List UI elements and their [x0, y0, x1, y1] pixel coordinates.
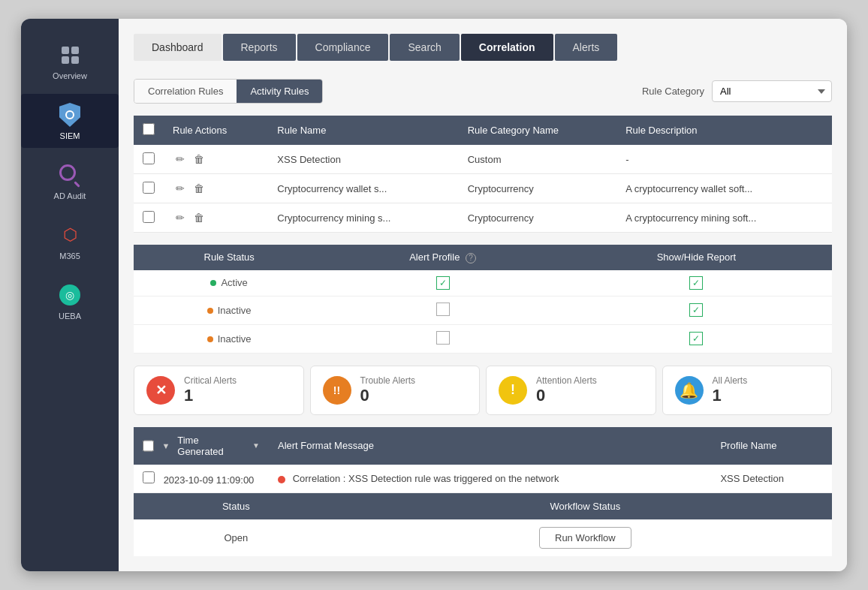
rule-name-cell: XSS Detection: [268, 145, 458, 174]
trouble-info: Trouble Alerts 0: [360, 375, 416, 405]
alert-profile-checked[interactable]: ✓: [436, 276, 450, 290]
tab-dashboard[interactable]: Dashboard: [134, 34, 222, 61]
row-checkbox[interactable]: [143, 152, 155, 164]
attention-count: 0: [536, 386, 597, 405]
rule-description-cell: A cryptocurrency mining soft...: [616, 203, 832, 233]
th-rule-actions: Rule Actions: [164, 116, 268, 145]
tab-reports[interactable]: Reports: [223, 34, 296, 61]
sidebar-item-siem[interactable]: SIEM: [21, 94, 119, 148]
alert-card-all[interactable]: 🔔 All Alerts 1: [662, 366, 833, 415]
select-all-checkbox[interactable]: [143, 123, 155, 135]
status-row: Inactive ✓: [134, 324, 832, 353]
alert-profile-unchecked[interactable]: [436, 303, 450, 316]
alerts-table: ▼ Time Generated ▼ Alert Format Message …: [134, 427, 832, 493]
sidebar-item-ad-audit[interactable]: AD Audit: [21, 154, 119, 208]
status-label: Inactive: [218, 333, 252, 345]
run-workflow-button[interactable]: Run Workflow: [539, 527, 631, 549]
rule-name-cell: Cryptocurrency mining s...: [268, 203, 458, 233]
status-open: Open: [134, 519, 339, 556]
edit-button[interactable]: ✏: [173, 152, 188, 167]
alert-time: 2023-10-09 11:09:00: [164, 474, 255, 486]
tab-alerts[interactable]: Alerts: [555, 34, 618, 61]
table-row: ✏ 🗑 Cryptocurrency mining s... Cryptocur…: [134, 203, 832, 233]
trouble-count: 0: [360, 386, 416, 405]
alert-row: 2023-10-09 11:09:00 Correlation : XSS De…: [134, 465, 832, 493]
all-count: 1: [713, 386, 748, 405]
trouble-label: Trouble Alerts: [360, 375, 416, 386]
status-dot-inactive: [207, 308, 213, 314]
th-rule-category-name: Rule Category Name: [459, 116, 616, 145]
status-label: Active: [221, 277, 247, 288]
rule-category-cell: Custom: [459, 145, 616, 174]
main-content: Dashboard Reports Compliance Search Corr…: [119, 19, 847, 571]
all-label: All Alerts: [713, 375, 748, 386]
sidebar-label-ueba: UEBA: [59, 312, 81, 321]
delete-button[interactable]: 🗑: [191, 210, 207, 225]
tab-correlation[interactable]: Correlation: [461, 34, 553, 61]
sidebar: Overview SIEM AD Audit ⬡ M365: [21, 19, 119, 571]
tab-activity-rules[interactable]: Activity Rules: [237, 80, 322, 103]
rule-category-cell: Cryptocurrency: [459, 203, 616, 233]
status-row: Active ✓ ✓: [134, 270, 832, 297]
rules-table: Rule Actions Rule Name Rule Category Nam…: [134, 116, 832, 233]
status-table: Rule Status Alert Profile ? Show/Hide Re…: [134, 245, 832, 354]
top-nav: Dashboard Reports Compliance Search Corr…: [134, 34, 832, 61]
rule-category-cell: Cryptocurrency: [459, 174, 616, 203]
attention-label: Attention Alerts: [536, 375, 597, 386]
rule-category-select[interactable]: All Custom Cryptocurrency Network Authen…: [712, 80, 832, 102]
show-report-checked[interactable]: ✓: [689, 332, 703, 345]
rule-description-cell: A cryptocurrency wallet soft...: [616, 174, 832, 203]
status-dot-inactive: [207, 336, 213, 342]
th-time-wrap: ▼ Time Generated ▼: [143, 435, 260, 457]
row-checkbox[interactable]: [143, 211, 155, 223]
tab-compliance[interactable]: Compliance: [297, 34, 389, 61]
delete-button[interactable]: 🗑: [191, 152, 207, 167]
footer-row: Open Run Workflow: [134, 519, 832, 556]
th-show-hide-report: Show/Hide Report: [561, 245, 832, 270]
critical-icon: ✕: [146, 376, 175, 405]
alert-checkbox[interactable]: [143, 471, 155, 483]
status-row: Inactive ✓: [134, 296, 832, 324]
sidebar-item-m365[interactable]: ⬡ M365: [21, 214, 119, 268]
alert-card-attention[interactable]: ! Attention Alerts 0: [486, 366, 656, 415]
critical-count: 1: [184, 386, 237, 405]
alert-message: Correlation : XSS Detection rule was tri…: [293, 473, 559, 484]
critical-label: Critical Alerts: [184, 375, 237, 386]
alert-severity-dot: [278, 476, 285, 483]
alert-cards: ✕ Critical Alerts 1 !! Trouble Alerts 0 …: [134, 366, 832, 415]
th-workflow-status: Workflow Status: [339, 493, 832, 519]
edit-button[interactable]: ✏: [173, 210, 188, 225]
attention-info: Attention Alerts 0: [536, 375, 597, 405]
alert-card-trouble[interactable]: !! Trouble Alerts 0: [310, 366, 481, 415]
all-alerts-icon: 🔔: [675, 376, 704, 405]
dropdown-btn[interactable]: ▼: [158, 441, 173, 450]
edit-button[interactable]: ✏: [173, 181, 188, 196]
status-label: Inactive: [218, 305, 252, 316]
show-report-checked[interactable]: ✓: [689, 303, 703, 317]
sidebar-label-siem: SIEM: [60, 131, 80, 140]
th-rule-status: Rule Status: [134, 245, 324, 270]
tab-correlation-rules[interactable]: Correlation Rules: [134, 80, 237, 103]
alert-profile-unchecked[interactable]: [436, 331, 450, 345]
ad-audit-icon: [59, 164, 80, 185]
show-report-checked[interactable]: ✓: [689, 276, 703, 290]
tab-search[interactable]: Search: [390, 34, 459, 61]
alert-profile: XSS Detection: [711, 465, 832, 493]
rule-category-label: Rule Category: [642, 86, 704, 97]
alert-card-critical[interactable]: ✕ Critical Alerts 1: [134, 366, 304, 415]
sort-icon: ▼: [252, 441, 260, 450]
th-alert-profile: Alert Profile ?: [324, 245, 561, 270]
rule-description-cell: -: [616, 145, 832, 174]
th-alert-format: Alert Format Message: [269, 427, 711, 465]
sidebar-item-overview[interactable]: Overview: [21, 34, 119, 88]
critical-info: Critical Alerts 1: [184, 375, 237, 405]
row-checkbox[interactable]: [143, 182, 155, 194]
help-icon: ?: [466, 253, 476, 263]
delete-button[interactable]: 🗑: [191, 181, 207, 196]
th-time-generated: Time Generated: [177, 435, 245, 457]
sidebar-item-ueba[interactable]: ◎ UEBA: [21, 274, 119, 328]
sidebar-label-ad-audit: AD Audit: [54, 191, 86, 200]
alerts-select-all[interactable]: [143, 440, 154, 452]
siem-icon: [59, 103, 80, 127]
table-row: ✏ 🗑 XSS Detection Custom -: [134, 145, 832, 174]
